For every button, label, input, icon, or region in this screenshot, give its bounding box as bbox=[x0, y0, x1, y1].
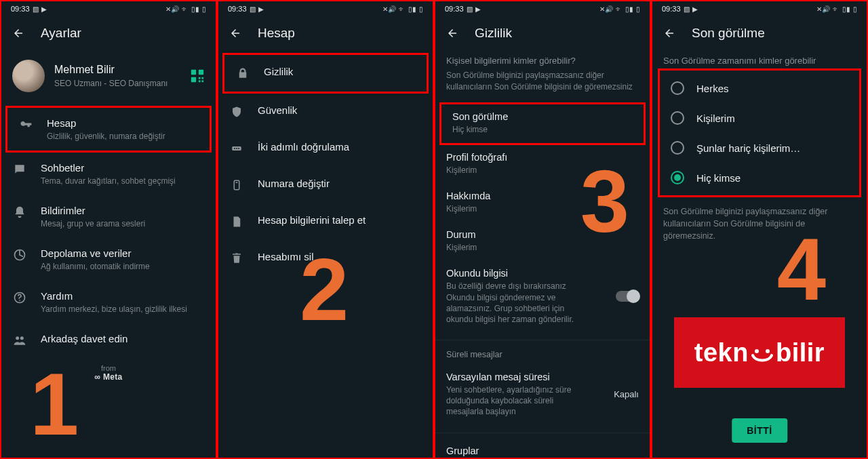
page-title: Son görülme bbox=[692, 26, 765, 41]
toggle-switch[interactable] bbox=[616, 291, 639, 302]
last-seen-note: Son Görülme bilginizi paylaşmazsanız diğ… bbox=[652, 197, 867, 242]
battery-icon: ▯ bbox=[202, 5, 206, 13]
qr-icon[interactable] bbox=[190, 68, 205, 83]
profile-row[interactable]: Mehmet Bilir SEO Uzmanı - SEO Danışmanı bbox=[1, 53, 216, 106]
back-icon[interactable] bbox=[229, 27, 241, 39]
menu-item-delete-account[interactable]: Hesabımı sil bbox=[218, 240, 433, 277]
done-button[interactable]: BİTTİ bbox=[732, 418, 787, 443]
svg-rect-1 bbox=[199, 70, 203, 75]
picture-icon: ▧ bbox=[33, 5, 39, 13]
phone-account: 09:33▧▶ ✕🔊ᯤ▯▮▯ Hesap Gizlilik Güvenlik İ… bbox=[217, 0, 434, 459]
divider bbox=[435, 340, 650, 340]
menu-item-invite[interactable]: Arkadaş davet edin bbox=[1, 323, 216, 357]
menu-item-account[interactable]: Hesap Gizlilik, güvenlik, numara değişti… bbox=[5, 106, 212, 153]
privacy-item-groups[interactable]: Gruplar bbox=[435, 439, 650, 459]
privacy-item-last-seen[interactable]: Son görülme Hiç kimse bbox=[439, 102, 646, 145]
back-icon[interactable] bbox=[663, 27, 675, 39]
menu-item-two-step[interactable]: İki adımlı doğrulama bbox=[218, 130, 433, 167]
svg-point-17 bbox=[755, 349, 759, 353]
svg-point-13 bbox=[234, 148, 235, 149]
trash-icon bbox=[229, 251, 244, 266]
privacy-item-status[interactable]: Durum Kişilerim bbox=[435, 222, 650, 261]
shield-icon bbox=[229, 104, 244, 119]
radio-option-contacts[interactable]: Kişilerim bbox=[660, 103, 859, 133]
svg-point-9 bbox=[19, 300, 20, 301]
status-bar: 09:33▧▶ ✕🔊ᯤ▯▮▯ bbox=[435, 1, 650, 16]
footer-brand: ∞ Meta bbox=[1, 372, 216, 382]
app-bar: Hesap bbox=[218, 16, 433, 53]
timed-value: Kapalı bbox=[614, 389, 639, 399]
radio-icon bbox=[671, 141, 684, 155]
back-icon[interactable] bbox=[12, 27, 24, 39]
app-bar: Ayarlar bbox=[1, 16, 216, 53]
status-bar: 09:33▧▶ ✕🔊ᯤ▯▮▯ bbox=[652, 1, 867, 16]
storage-icon bbox=[12, 247, 27, 262]
video-icon: ▶ bbox=[41, 5, 47, 13]
privacy-item-read-receipts[interactable]: Okundu bilgisi Bu özelliği devre dışı bı… bbox=[435, 261, 650, 333]
radio-icon bbox=[671, 171, 684, 184]
menu-item-storage[interactable]: Depolama ve veriler Ağ kullanımı, otomat… bbox=[1, 238, 216, 281]
menu-item-change-number[interactable]: Numara değiştir bbox=[218, 167, 433, 203]
lock-icon bbox=[235, 66, 250, 81]
menu-item-help[interactable]: Yardım Yardım merkezi, bize ulaşın, gizl… bbox=[1, 281, 216, 323]
menu-title: Hesap bbox=[47, 117, 165, 129]
divider bbox=[435, 433, 650, 433]
document-icon bbox=[229, 214, 244, 229]
bell-icon bbox=[12, 205, 27, 220]
menu-item-chats[interactable]: Sohbetler Tema, duvar kağıtları, sohbet … bbox=[1, 153, 216, 195]
phone-settings: 09:33 ▧ ▶ ✕🔊 ᯤ ▯▮ ▯ Ayarlar Mehmet Bilir… bbox=[0, 0, 217, 459]
svg-rect-5 bbox=[199, 80, 201, 82]
privacy-note: Son Görülme bilginizi paylaşmazsanız diğ… bbox=[435, 70, 650, 102]
back-icon[interactable] bbox=[446, 27, 458, 39]
last-seen-question: Son Görülme zamanımı kimler görebilir bbox=[652, 53, 867, 67]
menu-item-privacy[interactable]: Gizlilik bbox=[222, 53, 429, 94]
profile-name: Mehmet Bilir bbox=[54, 64, 167, 76]
people-icon bbox=[12, 333, 27, 348]
privacy-item-about[interactable]: Hakkımda Kişilerim bbox=[435, 184, 650, 222]
app-bar: Gizlilik bbox=[435, 16, 650, 53]
svg-point-15 bbox=[238, 148, 239, 149]
wifi-icon: ᯤ bbox=[182, 5, 189, 13]
radio-option-nobody[interactable]: Hiç kimse bbox=[660, 163, 859, 193]
key-icon bbox=[18, 117, 33, 132]
avatar bbox=[12, 60, 45, 92]
chat-icon bbox=[12, 162, 27, 177]
radio-group-last-seen: Herkes Kişilerim Şunlar hariç kişilerim…… bbox=[658, 68, 861, 197]
settings-menu: Hesap Gizlilik, güvenlik, numara değişti… bbox=[1, 106, 216, 357]
menu-item-request-info[interactable]: Hesap bilgilerini talep et bbox=[218, 203, 433, 240]
profile-subtitle: SEO Uzmanı - SEO Danışmanı bbox=[54, 79, 167, 88]
svg-point-18 bbox=[766, 349, 770, 353]
svg-rect-4 bbox=[201, 77, 203, 79]
account-menu: Gizlilik Güvenlik İki adımlı doğrulama N… bbox=[218, 53, 433, 277]
signal-icon: ▯▮ bbox=[191, 5, 199, 13]
svg-rect-2 bbox=[191, 77, 196, 82]
svg-point-11 bbox=[20, 336, 24, 340]
svg-point-10 bbox=[16, 336, 19, 340]
mute-icon: ✕🔊 bbox=[165, 5, 179, 13]
menu-item-security[interactable]: Güvenlik bbox=[218, 94, 433, 130]
privacy-question: Kişisel bilgilerimi kimler görebilir? bbox=[435, 53, 650, 70]
brand-logo: tekn bilir bbox=[674, 317, 845, 388]
privacy-item-default-timer[interactable]: Varsayılan mesaj süresi Yeni sohbetlere,… bbox=[435, 365, 650, 426]
svg-rect-3 bbox=[199, 77, 201, 79]
radio-option-everyone[interactable]: Herkes bbox=[660, 73, 859, 103]
timed-header: Süreli mesajlar bbox=[435, 346, 650, 365]
phone-last-seen: 09:33▧▶ ✕🔊ᯤ▯▮▯ Son görülme Son Görülme z… bbox=[651, 0, 868, 459]
menu-item-notifications[interactable]: Bildirimler Mesaj, grup ve arama sesleri bbox=[1, 195, 216, 238]
menu-sub: Gizlilik, güvenlik, numara değiştir bbox=[47, 132, 165, 141]
svg-point-14 bbox=[236, 148, 237, 149]
app-bar: Son görülme bbox=[652, 16, 867, 53]
pin-icon bbox=[229, 141, 244, 156]
page-title: Gizlilik bbox=[475, 26, 512, 41]
radio-icon bbox=[671, 111, 684, 125]
status-bar: 09:33 ▧ ▶ ✕🔊 ᯤ ▯▮ ▯ bbox=[1, 1, 216, 16]
help-icon bbox=[12, 290, 27, 305]
smile-icon bbox=[749, 347, 776, 366]
radio-option-contacts-except[interactable]: Şunlar hariç kişilerim… bbox=[660, 133, 859, 163]
status-bar: 09:33▧▶ ✕🔊ᯤ▯▮▯ bbox=[218, 1, 433, 16]
page-title: Hesap bbox=[258, 26, 295, 41]
privacy-item-profile-photo[interactable]: Profil fotoğrafı Kişilerim bbox=[435, 145, 650, 184]
page-title: Ayarlar bbox=[41, 26, 81, 41]
footer-from: from bbox=[1, 364, 216, 372]
phone-swap-icon bbox=[229, 178, 244, 193]
